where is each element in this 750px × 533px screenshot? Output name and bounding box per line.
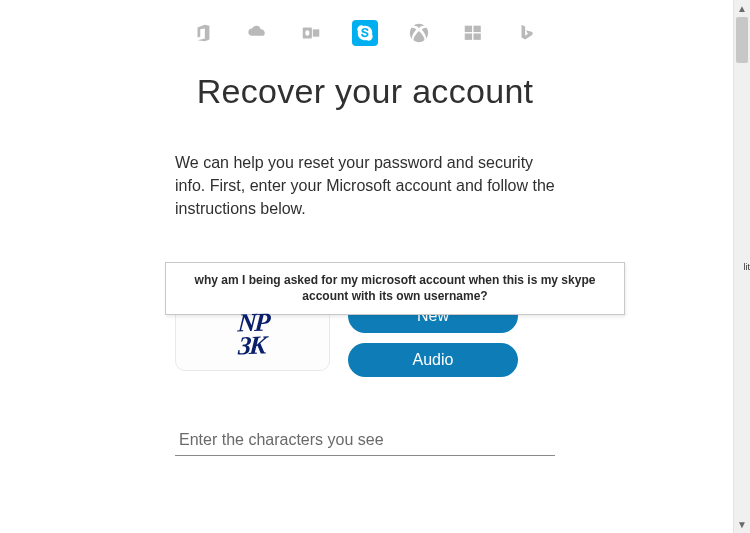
edge-cut-label: lit <box>744 262 751 272</box>
outlook-icon[interactable] <box>298 20 324 46</box>
svg-rect-3 <box>465 26 472 32</box>
office-icon[interactable] <box>190 20 216 46</box>
xbox-icon[interactable] <box>406 20 432 46</box>
scroll-up-arrow-icon[interactable]: ▲ <box>734 0 750 17</box>
page-title: Recover your account <box>175 72 555 111</box>
svg-rect-1 <box>313 29 319 36</box>
brand-icon-row <box>0 20 730 46</box>
scroll-down-arrow-icon[interactable]: ▼ <box>734 516 750 533</box>
windows-icon[interactable] <box>460 20 486 46</box>
svg-rect-4 <box>473 26 480 32</box>
captcha-characters-input[interactable] <box>175 423 555 456</box>
help-text: We can help you reset your password and … <box>175 151 555 221</box>
user-annotation-overlay: why am I being asked for my microsoft ac… <box>165 262 625 315</box>
captcha-glyph: NP 3K <box>235 311 269 359</box>
onedrive-icon[interactable] <box>244 20 270 46</box>
svg-rect-6 <box>473 33 480 39</box>
skype-icon[interactable] <box>352 20 378 46</box>
captcha-audio-button[interactable]: Audio <box>348 343 518 377</box>
svg-rect-5 <box>465 33 472 39</box>
scroll-thumb[interactable] <box>736 17 748 63</box>
bing-icon[interactable] <box>514 20 540 46</box>
svg-point-2 <box>305 30 309 36</box>
